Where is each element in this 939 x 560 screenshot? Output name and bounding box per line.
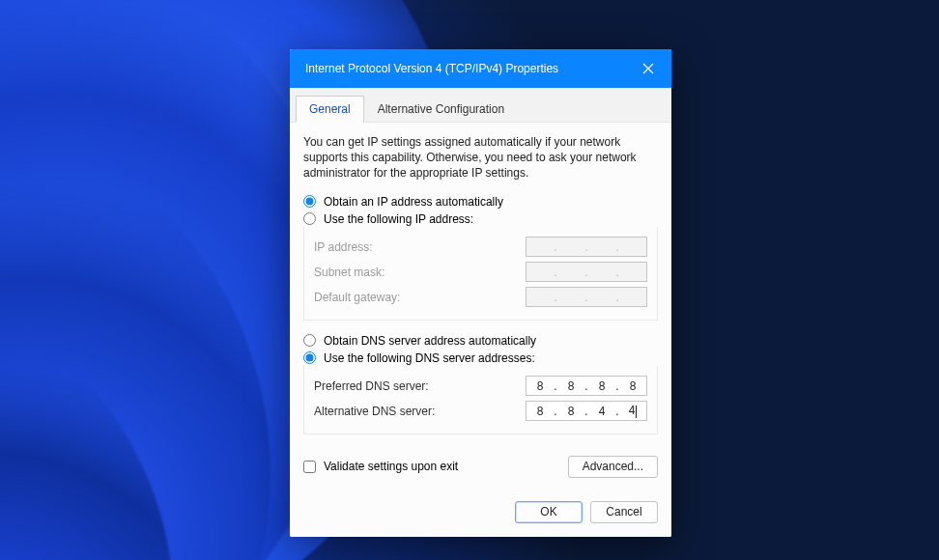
cancel-button[interactable]: Cancel [590, 501, 658, 523]
radio-use-following-ip-input[interactable] [303, 212, 316, 225]
tab-general[interactable]: General [296, 96, 364, 123]
radio-use-following-dns-input[interactable] [303, 351, 316, 364]
ok-button[interactable]: OK [515, 501, 583, 523]
checkbox-validate-on-exit-input[interactable] [303, 461, 316, 473]
row-preferred-dns: Preferred DNS server: 8. 8. 8. 8 [314, 374, 647, 399]
radio-use-following-ip-label: Use the following IP address: [324, 212, 473, 226]
checkbox-validate-label: Validate settings upon exit [324, 460, 458, 473]
input-preferred-dns[interactable]: 8. 8. 8. 8 [526, 376, 647, 396]
dialog-titlebar[interactable]: Internet Protocol Version 4 (TCP/IPv4) P… [290, 49, 671, 88]
advanced-button[interactable]: Advanced... [568, 456, 658, 478]
label-alternative-dns: Alternative DNS server: [314, 405, 435, 418]
close-button[interactable] [639, 59, 658, 78]
radio-use-following-dns-label: Use the following DNS server addresses: [324, 351, 535, 365]
ip-address-group: Obtain an IP address automatically Use t… [303, 195, 658, 321]
input-default-gateway: ... [526, 287, 647, 307]
radio-use-following-dns[interactable]: Use the following DNS server addresses: [303, 351, 658, 365]
label-preferred-dns: Preferred DNS server: [314, 379, 429, 393]
ipv4-properties-dialog: Internet Protocol Version 4 (TCP/IPv4) P… [290, 49, 671, 537]
tab-strip: General Alternative Configuration [290, 88, 671, 123]
text-caret [636, 406, 637, 418]
input-subnet-mask: ... [526, 262, 647, 282]
radio-obtain-ip-auto-input[interactable] [303, 195, 316, 208]
row-alternative-dns: Alternative DNS server: 8. 8. 4. 4 [314, 399, 647, 424]
label-subnet-mask: Subnet mask: [314, 266, 384, 279]
label-default-gateway: Default gateway: [314, 291, 400, 304]
settings-description: You can get IP settings assigned automat… [303, 134, 646, 182]
input-ip-address: ... [526, 237, 647, 257]
dns-server-group: Obtain DNS server address automatically … [303, 334, 658, 434]
row-ip-address: IP address: ... [314, 235, 647, 260]
radio-obtain-dns-auto[interactable]: Obtain DNS server address automatically [303, 334, 658, 348]
close-icon [642, 63, 654, 74]
checkbox-validate-on-exit[interactable]: Validate settings upon exit [303, 460, 458, 473]
row-subnet-mask: Subnet mask: ... [314, 260, 647, 285]
row-default-gateway: Default gateway: ... [314, 285, 647, 310]
tab-alternative-configuration[interactable]: Alternative Configuration [364, 96, 518, 123]
radio-obtain-dns-auto-label: Obtain DNS server address automatically [324, 334, 536, 348]
dialog-footer: OK Cancel [290, 491, 671, 537]
label-ip-address: IP address: [314, 240, 372, 254]
input-alternative-dns[interactable]: 8. 8. 4. 4 [526, 401, 647, 421]
radio-obtain-ip-auto[interactable]: Obtain an IP address automatically [303, 195, 658, 209]
dialog-title: Internet Protocol Version 4 (TCP/IPv4) P… [305, 62, 558, 75]
radio-use-following-ip[interactable]: Use the following IP address: [303, 212, 658, 226]
radio-obtain-dns-auto-input[interactable] [303, 334, 316, 347]
radio-obtain-ip-auto-label: Obtain an IP address automatically [324, 195, 503, 209]
